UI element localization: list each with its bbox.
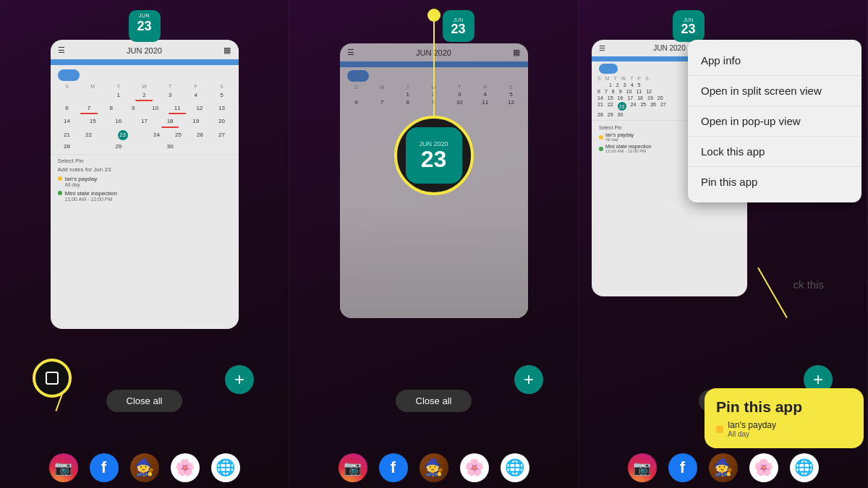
warrior-icon-3[interactable]: 🧙 bbox=[709, 453, 738, 482]
toggle-p3-btn bbox=[599, 64, 618, 74]
cal-day[interactable]: 29 bbox=[108, 142, 129, 151]
facebook-icon-3[interactable]: f bbox=[668, 453, 697, 482]
photos-icon-3[interactable]: 🌸 bbox=[749, 453, 778, 482]
menu-item-pin-app[interactable]: Pin this app bbox=[688, 167, 861, 197]
chrome-icon[interactable]: 🌐 bbox=[211, 453, 240, 482]
panel-3: JUN 23 ☰ JUN 2020 ▦ SMTWTFS 12345 678910… bbox=[579, 0, 868, 488]
cal-day[interactable] bbox=[210, 142, 232, 151]
cal-day[interactable]: 27 bbox=[211, 130, 233, 140]
cal-day-small: 23 bbox=[451, 22, 465, 35]
event-title-p3-2: Mini state inspection bbox=[605, 144, 651, 149]
dh: T bbox=[448, 85, 470, 90]
app-card-1[interactable]: ☰ JUN 2020 ▦ S M T W T F S 1 2 3 bbox=[51, 40, 239, 329]
cal-day[interactable]: 13 bbox=[210, 103, 232, 115]
chrome-icon-2[interactable]: 🌐 bbox=[501, 453, 529, 482]
day-header: T bbox=[159, 84, 181, 89]
cal-day[interactable]: 5 bbox=[210, 90, 232, 102]
cal-day[interactable]: 1 bbox=[108, 90, 129, 102]
lock-partial-text: ck this bbox=[793, 278, 824, 291]
cal-day[interactable]: 7 bbox=[78, 103, 100, 115]
cal-day[interactable]: 18 bbox=[159, 116, 181, 128]
cal-day[interactable]: 8 bbox=[101, 103, 122, 115]
cal-day[interactable]: 11 bbox=[166, 103, 188, 115]
cal-day[interactable]: 12 bbox=[189, 103, 210, 115]
warrior-icon-2[interactable]: 🧙 bbox=[420, 453, 448, 482]
cal-grid-icon: ▦ bbox=[224, 46, 231, 55]
cal-day[interactable]: 10 bbox=[145, 103, 166, 115]
cd: 8 bbox=[397, 99, 419, 106]
menu-item-lock-app[interactable]: Lock this app bbox=[688, 137, 861, 167]
event-time: All day bbox=[65, 182, 98, 187]
pin-bubble-event: Ian's payday All day bbox=[716, 420, 852, 438]
cal-day[interactable]: 6 bbox=[56, 103, 78, 115]
cal-day[interactable]: 17 bbox=[133, 116, 155, 128]
cal-day[interactable]: 9 bbox=[122, 103, 144, 115]
cal-day[interactable]: 24 bbox=[146, 130, 168, 140]
pin-bubble: Pin this app Ian's payday All day bbox=[705, 388, 864, 448]
menu-item-app-info[interactable]: App info bbox=[688, 46, 861, 76]
cal-day[interactable]: 3 bbox=[159, 90, 181, 102]
cal-day[interactable]: 22 bbox=[78, 130, 100, 140]
facebook-icon-2[interactable]: f bbox=[379, 453, 408, 482]
dock: 📷 f 🧙 🌸 🌐 bbox=[0, 448, 289, 488]
event-time-p3-2: 11:00 AM - 12:00 PM bbox=[605, 149, 651, 153]
day-header: S bbox=[210, 84, 232, 89]
home-button-circle[interactable] bbox=[33, 359, 72, 398]
cal-day[interactable]: 16 bbox=[108, 116, 129, 128]
cal-day[interactable]: 28 bbox=[56, 142, 78, 151]
menu-icon-2: ☰ bbox=[347, 48, 354, 57]
cal-day[interactable]: 14 bbox=[56, 116, 78, 128]
menu-item-popup-view[interactable]: Open in pop-up view bbox=[688, 106, 861, 137]
instagram-icon[interactable]: 📷 bbox=[49, 453, 78, 482]
cal-day[interactable] bbox=[82, 90, 103, 102]
photos-icon[interactable]: 🌸 bbox=[171, 453, 200, 482]
warrior-icon[interactable]: 🧙 bbox=[130, 453, 159, 482]
cal-day[interactable]: 19 bbox=[185, 116, 207, 128]
day-header: F bbox=[185, 84, 207, 89]
cal-day[interactable]: 30 bbox=[159, 142, 181, 151]
cd: 10 bbox=[448, 99, 470, 106]
pin-bubble-dot bbox=[716, 426, 723, 433]
facebook-icon[interactable]: f bbox=[90, 453, 119, 482]
cd: 3 bbox=[448, 91, 470, 98]
day-number: 23 bbox=[137, 19, 151, 34]
month-title-p3: JUN 2020 bbox=[653, 44, 685, 52]
cal-day-p3: 23 bbox=[681, 22, 695, 35]
cal-day[interactable]: 26 bbox=[190, 130, 211, 140]
event-title: Ian's payday bbox=[65, 176, 98, 182]
annotation-line-p3 bbox=[757, 267, 788, 318]
chrome-icon-3[interactable]: 🌐 bbox=[790, 453, 819, 482]
toggle-btn[interactable] bbox=[58, 69, 80, 81]
menu-item-split-screen[interactable]: Open in split screen view bbox=[688, 76, 861, 106]
cal-day[interactable]: 4 bbox=[185, 90, 207, 102]
cd bbox=[371, 91, 393, 98]
event-item: Ian's payday All day bbox=[58, 176, 231, 187]
calendar-app-icon[interactable]: JUN 23 bbox=[129, 10, 161, 42]
yellow-annotation-dot bbox=[427, 9, 441, 22]
add-button[interactable]: + bbox=[225, 365, 254, 394]
menu-icon-p3: ☰ bbox=[599, 44, 605, 52]
calendar-grid: S M T W T F S 1 2 3 4 5 6 7 8 9 bbox=[51, 84, 239, 151]
panel-1: JUN 23 ☰ JUN 2020 ▦ S M T W T F S bbox=[0, 0, 289, 488]
cal-day[interactable]: 2 bbox=[133, 90, 155, 102]
photos-icon-2[interactable]: 🌸 bbox=[460, 453, 489, 482]
cal-day[interactable]: 25 bbox=[168, 130, 190, 140]
instagram-icon-3[interactable]: 📷 bbox=[628, 453, 657, 482]
close-all-button[interactable]: Close all bbox=[106, 390, 183, 412]
toggle-2-btn bbox=[347, 70, 369, 82]
cal-icon-inner: JUN 2020 23 bbox=[406, 127, 462, 184]
cal-day[interactable]: 20 bbox=[210, 116, 232, 128]
pin-bubble-event-time: All day bbox=[728, 430, 776, 438]
cal-day[interactable]: 21 bbox=[56, 130, 78, 140]
today-day[interactable]: 23 bbox=[118, 130, 128, 140]
event-title: Mini state inspection bbox=[65, 190, 117, 197]
event-dot bbox=[58, 176, 62, 181]
context-menu: App info Open in split screen view Open … bbox=[688, 40, 861, 202]
cal-day[interactable] bbox=[56, 90, 78, 102]
instagram-icon-2[interactable]: 📷 bbox=[339, 453, 367, 482]
add-button-2[interactable]: + bbox=[514, 365, 543, 394]
inner-day: 23 bbox=[421, 147, 447, 171]
cal-day[interactable]: 15 bbox=[82, 116, 103, 128]
close-all-button-2[interactable]: Close all bbox=[396, 390, 472, 412]
pin-bubble-event-title: Ian's payday bbox=[728, 420, 776, 430]
